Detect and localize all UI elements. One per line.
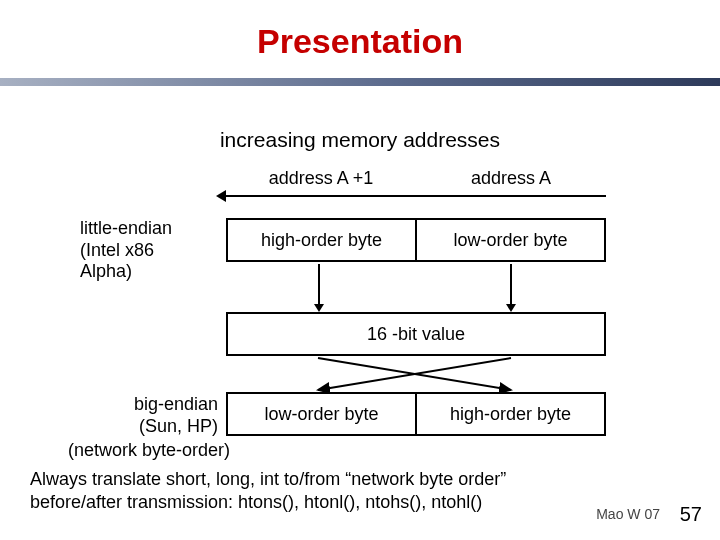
big-endian-label: big-endian (Sun, HP) (98, 394, 218, 437)
address-a-plus-1-label: address A +1 (226, 168, 416, 189)
little-endian-low-cell: low-order byte (417, 220, 604, 260)
big-endian-bytes-box: low-order byte high-order byte (226, 392, 606, 436)
sixteen-bit-value-box: 16 -bit value (226, 312, 606, 356)
slide-title: Presentation (0, 22, 720, 61)
down-arrow-left-icon (318, 264, 320, 304)
footer-page-number: 57 (680, 503, 702, 526)
title-underline (0, 78, 720, 86)
bottom-explanation-text: Always translate short, long, int to/fro… (30, 468, 600, 515)
sixteen-bit-value-label: 16 -bit value (228, 314, 604, 354)
increasing-memory-label: increasing memory addresses (0, 128, 720, 152)
address-a-label: address A (416, 168, 606, 189)
cross-arrows-icon (226, 356, 606, 392)
big-endian-high-cell: high-order byte (417, 394, 604, 434)
network-byte-order-label: (network byte-order) (30, 440, 230, 462)
big-endian-low-cell: low-order byte (228, 394, 417, 434)
footer-author: Mao W 07 (596, 506, 660, 522)
little-endian-high-cell: high-order byte (228, 220, 417, 260)
little-endian-label: little-endian (Intel x86 Alpha) (80, 218, 220, 283)
address-labels-row: address A +1 address A (226, 168, 606, 189)
little-endian-bytes-box: high-order byte low-order byte (226, 218, 606, 262)
arrow-left-icon (226, 195, 606, 197)
down-arrow-right-icon (510, 264, 512, 304)
